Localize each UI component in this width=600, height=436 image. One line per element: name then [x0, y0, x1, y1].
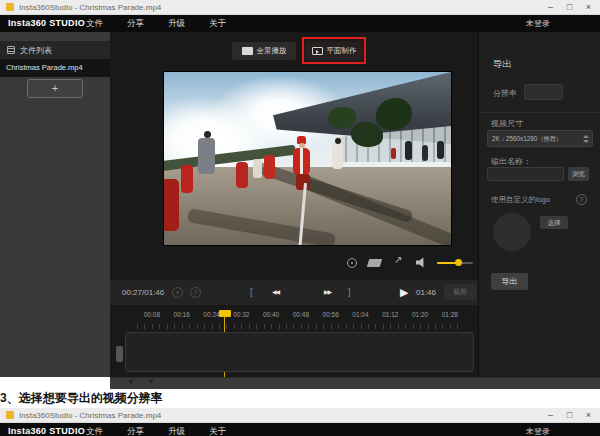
- video-size-value: 2K：2560x1280（推荐）: [492, 135, 562, 142]
- menu-item[interactable]: 关于: [209, 426, 226, 436]
- login-status[interactable]: 未登录: [526, 15, 550, 32]
- menu-item[interactable]: 文件: [86, 18, 103, 30]
- trim-button[interactable]: 裁剪: [444, 284, 476, 300]
- scene-person-silhouette: [437, 141, 444, 159]
- custom-logo-label: 使用自定义的logo: [491, 195, 550, 205]
- panorama-play-button[interactable]: 全景播放: [232, 42, 296, 60]
- spinner-down-icon[interactable]: [583, 140, 589, 143]
- ruler-tick: 01:12: [375, 311, 405, 323]
- scene-palm-tree: [351, 122, 383, 147]
- trim-in-icon[interactable]: [: [250, 280, 253, 305]
- app-brand: Insta360 STUDIO: [8, 15, 85, 32]
- login-status[interactable]: 未登录: [526, 423, 550, 436]
- timeline-ruler[interactable]: 00:0800:1600:2400:3200:4000:4800:5601:04…: [137, 311, 465, 323]
- screen-mode-icon[interactable]: [367, 259, 383, 267]
- video-size-select[interactable]: 2K：2560x1280（推荐）: [487, 130, 593, 147]
- menu-item[interactable]: 分享: [127, 426, 144, 436]
- scene-person-head: [335, 138, 341, 144]
- timeline-scrollbar-band[interactable]: [110, 377, 600, 389]
- export-button[interactable]: 导出: [491, 273, 528, 290]
- scene-person-white: [253, 159, 262, 178]
- export-panel-title: 导出: [493, 58, 512, 71]
- resolution-value-box[interactable]: [524, 84, 563, 100]
- player-column: 全景播放 平面制作: [110, 32, 478, 377]
- app-icon: [6, 411, 14, 419]
- close-icon[interactable]: ×: [579, 0, 598, 15]
- panorama-play-label: 全景播放: [257, 46, 287, 56]
- window-titlebar: Insta360Studio - Christmas Parade.mp4 – …: [0, 0, 600, 15]
- panel-divider: [479, 112, 600, 113]
- minimize-icon[interactable]: –: [541, 408, 560, 423]
- flat-edit-button[interactable]: 平面制作: [306, 42, 362, 60]
- next-frame-icon[interactable]: ▶▶: [324, 280, 331, 305]
- menu-item[interactable]: 升级: [168, 426, 185, 436]
- scene-person-silhouette: [405, 141, 412, 160]
- menu-item[interactable]: 分享: [127, 18, 144, 30]
- list-icon: [7, 46, 15, 54]
- scene-person-red: [264, 155, 275, 179]
- menu-item[interactable]: 关于: [209, 18, 226, 30]
- window2-controls: – □ ×: [541, 408, 598, 423]
- timeline-track[interactable]: [125, 332, 474, 372]
- file-list-header: 文件列表: [0, 41, 110, 59]
- window2-menu-bar: Insta360 STUDIO 文件分享升级关于 未登录: [0, 423, 600, 436]
- add-file-button[interactable]: +: [27, 79, 83, 98]
- trim-out-icon[interactable]: ]: [348, 280, 351, 305]
- ruler-tick: 01:04: [346, 311, 376, 323]
- timeline-scroll-handle[interactable]: [116, 346, 123, 362]
- window2-titlebar: Insta360Studio - Christmas Parade.mp4 – …: [0, 408, 600, 423]
- video-preview[interactable]: [163, 71, 452, 246]
- ruler-tick: 00:08: [137, 311, 167, 323]
- ruler-tick: 00:48: [286, 311, 316, 323]
- tutorial-step-caption: 3、选择想要导出的视频分辨率: [0, 389, 600, 408]
- scene-person-gray: [198, 138, 215, 174]
- panorama-icon: [242, 47, 253, 55]
- scene-person-silhouette: [422, 145, 428, 161]
- minimize-icon[interactable]: –: [541, 0, 560, 15]
- scene-person-red: [391, 148, 396, 159]
- ruler-tick: 00:16: [167, 311, 197, 323]
- app-brand: Insta360 STUDIO: [8, 423, 85, 436]
- help-circle-icon[interactable]: ?: [190, 287, 201, 298]
- timeline-zoom-in-icon[interactable]: +: [172, 287, 183, 298]
- export-panel: 导出 分辨率 视频尺寸 2K：2560x1280（推荐） 输出名称： 浏览 使用…: [478, 32, 600, 377]
- scene-palm-tree: [328, 107, 356, 129]
- menu-item[interactable]: 文件: [86, 426, 103, 436]
- fullscreen-icon[interactable]: ↗: [394, 254, 402, 265]
- menu-items: 文件分享升级关于: [86, 15, 226, 32]
- window-controls: – □ ×: [541, 0, 598, 15]
- logo-preview-circle[interactable]: [493, 213, 531, 251]
- close-icon[interactable]: ×: [579, 408, 598, 423]
- reset-view-icon[interactable]: [347, 258, 357, 268]
- maximize-icon[interactable]: □: [560, 408, 579, 423]
- ruler-tick: 01:20: [405, 311, 435, 323]
- playhead-handle[interactable]: [219, 310, 231, 317]
- resolution-label: 分辨率: [493, 88, 517, 99]
- play-icon[interactable]: ▶: [400, 280, 408, 305]
- volume-slider-knob[interactable]: [455, 259, 462, 266]
- window-title: Insta360Studio - Christmas Parade.mp4: [19, 0, 161, 15]
- ruler-tick-marks: [137, 324, 465, 329]
- window2-title: Insta360Studio - Christmas Parade.mp4: [19, 408, 161, 423]
- spinner-up-icon[interactable]: [583, 135, 589, 138]
- prev-frame-icon[interactable]: ◀◀: [272, 280, 279, 305]
- output-name-label: 输出名称：: [491, 156, 531, 167]
- logo-select-button[interactable]: 选择: [540, 216, 568, 229]
- current-timecode: 00:27/01:46: [122, 280, 164, 305]
- scene-person-red: [181, 165, 193, 193]
- volume-icon[interactable]: [416, 257, 428, 268]
- menu-bar: Insta360 STUDIO 文件分享升级关于 未登录: [0, 15, 600, 32]
- maximize-icon[interactable]: □: [560, 0, 579, 15]
- output-name-input[interactable]: [487, 167, 564, 181]
- band-marker-icon: [128, 380, 134, 384]
- logo-help-icon[interactable]: ?: [576, 194, 587, 205]
- file-item-selected[interactable]: Christmas Parade.mp4: [0, 59, 110, 77]
- ruler-tick: 00:40: [256, 311, 286, 323]
- flat-edit-label: 平面制作: [327, 46, 357, 56]
- app-icon: [6, 3, 14, 11]
- menu-item[interactable]: 升级: [168, 18, 185, 30]
- flat-edit-icon: [312, 47, 323, 55]
- band-marker-icon: [148, 380, 154, 384]
- browse-button[interactable]: 浏览: [568, 167, 589, 181]
- scene-person-head: [204, 131, 211, 138]
